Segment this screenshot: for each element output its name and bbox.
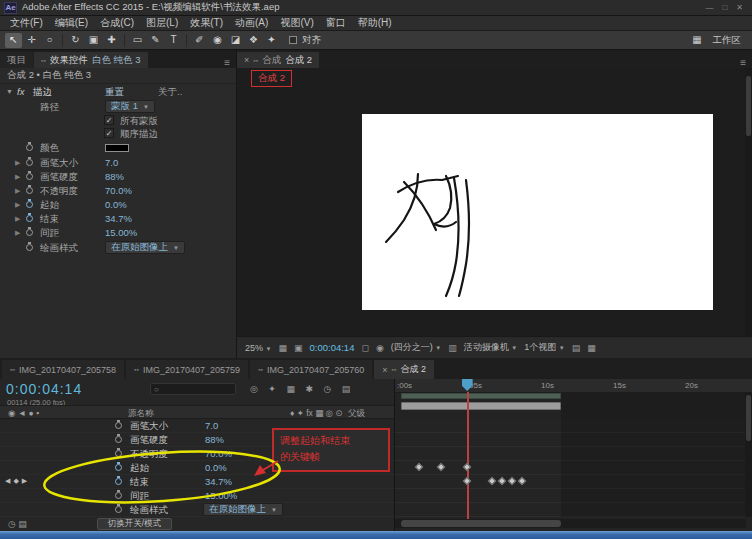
snapshot-icon[interactable]: ◉ [376,343,384,353]
timeline-tab-img2[interactable]: ▪▪IMG_20170407_205759 [126,360,248,379]
timeline-timecode[interactable]: 0:00:04:14 [6,381,82,397]
view-count-dropdown[interactable]: 1个视图 ▼ [524,341,564,354]
snap-checkbox[interactable] [289,36,297,44]
panel-menu-icon[interactable]: ≡ [218,57,236,68]
stopwatch-icon[interactable] [26,215,33,222]
timeline-header-icons[interactable]: ◎ ✦ ▦ ✱ ◷ ▤ [250,384,354,394]
toggle-switches-modes-button[interactable]: 切换开关/模式 [97,518,172,530]
zoom-dropdown[interactable]: 25% ▼ [245,343,271,353]
expand-icon[interactable]: ▶ [15,173,20,181]
menu-edit[interactable]: 编辑(E) [49,16,94,30]
close-icon[interactable]: × [382,365,387,375]
tab-effect-controls[interactable]: ▪▪ 效果控件 白色 纯色 3 [34,52,148,68]
menu-effect[interactable]: 效果(T) [184,16,229,30]
composition-canvas[interactable] [362,114,713,310]
brush-tool-icon[interactable]: ✐ [191,33,208,48]
timeline-property-row[interactable]: 间距 15.00% [0,489,394,503]
menu-window[interactable]: 窗口 [320,16,352,30]
camera-view-dropdown[interactable]: 活动摄像机 ▼ [464,341,517,354]
pen-tool-icon[interactable]: ✎ [147,33,164,48]
stopwatch-icon[interactable] [115,436,122,443]
grid-icon[interactable]: ▦ [587,343,596,353]
timeline-tab-img1[interactable]: ▪▪IMG_20170407_205758 [2,360,124,379]
stopwatch-icon[interactable] [26,187,33,194]
search-input[interactable] [162,385,226,394]
property-value[interactable]: 70.0% [205,448,232,459]
hand-tool-icon[interactable]: ✛ [23,33,40,48]
stopwatch-icon[interactable] [26,159,33,166]
workspace-label[interactable]: 工作区 [713,34,742,47]
stopwatch-icon[interactable] [115,422,122,429]
stopwatch-icon[interactable] [115,492,122,499]
pan-behind-tool-icon[interactable]: ✚ [103,33,120,48]
menu-composition[interactable]: 合成(C) [94,16,140,30]
stopwatch-icon[interactable] [115,478,122,485]
effect-about-button[interactable]: 关于.. [158,86,182,99]
effect-property-row[interactable]: 路径 蒙版 1 ▼ [0,100,236,114]
menu-layer[interactable]: 图层(L) [140,16,184,30]
stopwatch-icon[interactable] [115,464,122,471]
all-masks-checkbox[interactable]: ✓ [104,115,114,125]
close-button[interactable]: ✕ [736,3,743,12]
clone-stamp-tool-icon[interactable]: ◉ [209,33,226,48]
stopwatch-icon[interactable] [26,229,33,236]
effect-property-row[interactable]: ▶ 结束 34.7% [0,212,236,226]
tab-project[interactable]: 项目 [0,52,33,68]
layer-duration-bar[interactable] [401,402,561,410]
timeline-horizontal-scrollbar[interactable] [395,519,746,528]
region-of-interest-icon[interactable]: ◻ [361,343,368,353]
effect-property-row[interactable]: ▶ 间距 15.00% [0,226,236,240]
zoom-tool-icon[interactable]: ○ [41,33,58,48]
stopwatch-icon[interactable] [26,173,33,180]
expand-icon[interactable]: ▶ [15,201,20,209]
timeline-property-row[interactable]: ◀◆▶ 结束 34.7% [0,475,394,489]
effect-property-row[interactable]: ✓ 所有蒙版 [0,114,236,128]
timeline-search-box[interactable]: ○ [150,383,236,395]
effect-property-row[interactable]: ▶ 起始 0.0% [0,198,236,212]
effect-property-row[interactable]: ▶ 画笔硬度 88% [0,170,236,184]
menu-view[interactable]: 视图(V) [274,16,319,30]
close-icon[interactable]: × [244,55,249,65]
menu-help[interactable]: 帮助(H) [352,16,398,30]
stopwatch-icon[interactable] [26,144,33,151]
property-value[interactable]: 34.7% [105,213,132,224]
resolution-dropdown[interactable]: (四分之一) ▼ [391,341,441,354]
property-value[interactable]: 0.0% [105,199,127,210]
property-value[interactable]: 15.00% [105,227,137,238]
keyframe-navigator[interactable]: ◀◆▶ [5,477,30,485]
stopwatch-icon[interactable] [26,244,33,251]
stopwatch-icon[interactable] [26,201,33,208]
stroke-sequentially-checkbox[interactable]: ✓ [104,128,114,138]
timeline-property-row[interactable]: 绘画样式 在原始图像上 ▼ [0,503,394,517]
property-value[interactable]: 0.0% [205,462,227,473]
channels-icon[interactable]: ▣ [294,343,303,353]
rotation-tool-icon[interactable]: ↻ [67,33,84,48]
effect-property-row[interactable]: 绘画样式 在原始图像上 ▼ [0,241,236,255]
type-tool-icon[interactable]: T [165,33,182,48]
puppet-pin-tool-icon[interactable]: ✦ [263,33,280,48]
property-value[interactable]: 7.0 [205,420,218,431]
work-area-bar[interactable] [401,393,561,399]
view-layout-icon[interactable]: ▤ [572,343,581,353]
timeline-tab-img3[interactable]: ▪▪IMG_20170407_205760 [250,360,372,379]
pixel-aspect-icon[interactable]: ▥ [448,343,457,353]
selection-tool-icon[interactable]: ↖ [5,33,22,48]
time-ruler[interactable]: :00s 05s 10s 15s 20s [395,379,752,393]
paint-style-dropdown[interactable]: 在原始图像上 ▼ [105,241,185,254]
expand-icon[interactable]: ▶ [15,187,20,195]
effect-reset-button[interactable]: 重置 [105,86,124,99]
eraser-tool-icon[interactable]: ◪ [227,33,244,48]
property-value[interactable]: 88% [205,434,224,445]
composition-viewer[interactable] [237,68,752,336]
property-value[interactable]: 70.0% [105,185,132,196]
shape-tool-icon[interactable]: ▭ [129,33,146,48]
grid-guides-icon[interactable]: ▦ [278,343,287,353]
comp-vertical-scrollbar[interactable] [745,68,752,336]
property-value[interactable]: 15.00% [205,490,237,501]
maximize-button[interactable]: □ [722,3,727,12]
collapse-icon[interactable]: ▼ [6,88,13,95]
panel-menu-icon[interactable]: ≡ [734,57,752,68]
property-value[interactable]: 7.0 [105,157,118,168]
timeline-tab-comp2[interactable]: × ▪▪合成 2 [374,360,434,379]
stopwatch-icon[interactable] [115,506,122,513]
